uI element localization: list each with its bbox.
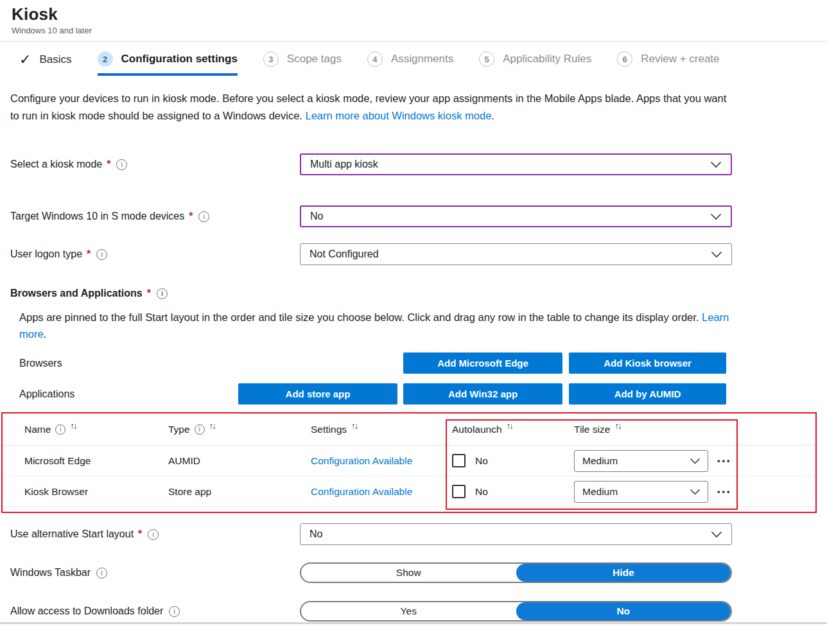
s-mode-row: Target Windows 10 in S mode devices * i … bbox=[10, 205, 827, 227]
apps-description: Apps are pinned to the full Start layout… bbox=[19, 309, 751, 342]
tab-label: Assignments bbox=[391, 53, 453, 65]
kiosk-config-page: Kiosk Windows 10 and later ✓ Basics 2 Co… bbox=[0, 0, 827, 644]
column-header-tile-size[interactable]: Tile size ↑↓ bbox=[574, 424, 815, 435]
info-icon[interactable]: i bbox=[116, 159, 127, 170]
required-marker: * bbox=[87, 248, 91, 260]
page-title: Kiosk bbox=[12, 4, 827, 24]
sort-arrows-icon: ↑↓ bbox=[507, 421, 513, 431]
sort-arrows-icon: ↑↓ bbox=[209, 421, 216, 431]
downloads-option-no[interactable]: No bbox=[516, 602, 731, 620]
tab-assignments[interactable]: 4 Assignments bbox=[367, 51, 453, 76]
learn-more-kiosk-link[interactable]: Learn more about Windows kiosk mode bbox=[306, 110, 492, 121]
table-row[interactable]: Microsoft Edge AUMID Configuration Avail… bbox=[3, 446, 815, 476]
tab-label: Basics bbox=[39, 53, 71, 66]
browsers-label: Browsers bbox=[19, 358, 62, 369]
column-header-type[interactable]: Type i ↑↓ bbox=[168, 424, 311, 435]
autolaunch-value: No bbox=[475, 455, 488, 467]
kiosk-mode-select[interactable]: Multi app kiosk bbox=[300, 153, 732, 175]
s-mode-value: No bbox=[310, 211, 323, 222]
kiosk-mode-value: Multi app kiosk bbox=[310, 159, 378, 170]
bottom-edge-divider bbox=[0, 622, 827, 624]
autolaunch-checkbox[interactable] bbox=[452, 454, 466, 467]
ellipsis-menu-icon[interactable]: ••• bbox=[717, 456, 732, 466]
taskbar-option-show[interactable]: Show bbox=[301, 564, 516, 582]
app-name: Microsoft Edge bbox=[24, 455, 168, 467]
s-mode-select[interactable]: No bbox=[300, 205, 732, 227]
ellipsis-menu-icon[interactable]: ••• bbox=[717, 487, 732, 496]
tab-label: Scope tags bbox=[287, 53, 342, 65]
tab-basics[interactable]: ✓ Basics bbox=[19, 53, 72, 76]
info-icon[interactable]: i bbox=[198, 211, 209, 222]
step-number-badge: 3 bbox=[263, 51, 279, 67]
taskbar-label: Windows Taskbar i bbox=[10, 567, 300, 579]
column-header-name[interactable]: Name i ↑↓ bbox=[24, 424, 168, 435]
info-icon[interactable]: i bbox=[96, 249, 107, 260]
alt-start-layout-label: Use alternative Start layout * i bbox=[10, 528, 300, 540]
chevron-down-icon bbox=[710, 213, 722, 220]
app-name: Kiosk Browser bbox=[24, 486, 168, 498]
info-icon[interactable]: i bbox=[148, 529, 159, 540]
taskbar-row: Windows Taskbar i Show Hide bbox=[10, 562, 827, 583]
taskbar-toggle: Show Hide bbox=[300, 562, 732, 583]
step-number-badge: 2 bbox=[98, 51, 113, 67]
check-icon: ✓ bbox=[19, 53, 31, 67]
tab-configuration-settings[interactable]: 2 Configuration settings bbox=[98, 51, 238, 76]
applications-button-row: Applications Add store app Add Win32 app… bbox=[0, 383, 827, 405]
info-icon[interactable]: i bbox=[169, 606, 180, 617]
autolaunch-value: No bbox=[475, 486, 488, 498]
info-icon[interactable]: i bbox=[157, 288, 168, 299]
add-store-app-button[interactable]: Add store app bbox=[238, 383, 397, 405]
tile-size-select[interactable]: Medium bbox=[574, 450, 708, 472]
table-row[interactable]: Kiosk Browser Store app Configuration Av… bbox=[3, 476, 815, 507]
downloads-label: Allow access to Downloads folder i bbox=[10, 605, 300, 617]
required-marker: * bbox=[107, 159, 110, 170]
required-marker: * bbox=[138, 528, 142, 540]
sort-arrows-icon: ↑↓ bbox=[70, 421, 76, 431]
chevron-down-icon bbox=[711, 251, 722, 258]
column-header-autolaunch[interactable]: Autolaunch ↑↓ bbox=[452, 424, 574, 435]
column-header-settings[interactable]: Settings ↑↓ bbox=[311, 424, 452, 435]
s-mode-label: Target Windows 10 in S mode devices * i bbox=[10, 211, 300, 222]
add-microsoft-edge-button[interactable]: Add Microsoft Edge bbox=[403, 352, 562, 374]
tab-scope-tags[interactable]: 3 Scope tags bbox=[263, 51, 342, 76]
browsers-button-row: Browsers Add Microsoft Edge Add Kiosk br… bbox=[0, 352, 827, 374]
kiosk-mode-row: Select a kiosk mode * i Multi app kiosk bbox=[10, 153, 827, 175]
configuration-available-link[interactable]: Configuration Available bbox=[311, 455, 412, 466]
configuration-available-link[interactable]: Configuration Available bbox=[311, 486, 412, 497]
app-type: Store app bbox=[168, 486, 311, 498]
user-logon-label: User logon type * i bbox=[10, 248, 300, 260]
app-type: AUMID bbox=[168, 455, 311, 467]
intro-paragraph: Configure your devices to run in kiosk m… bbox=[10, 90, 733, 125]
apps-table-header: Name i ↑↓ Type i ↑↓ Settings ↑↓ Autolaun… bbox=[3, 413, 815, 446]
info-icon[interactable]: i bbox=[55, 424, 65, 435]
page-subtitle: Windows 10 and later bbox=[12, 26, 827, 35]
chevron-down-icon bbox=[711, 531, 722, 538]
alt-start-layout-select[interactable]: No bbox=[300, 523, 732, 545]
add-win32-app-button[interactable]: Add Win32 app bbox=[403, 383, 562, 405]
add-kiosk-browser-button[interactable]: Add Kiosk browser bbox=[569, 352, 726, 374]
required-marker: * bbox=[147, 288, 151, 299]
wizard-tabs: ✓ Basics 2 Configuration settings 3 Scop… bbox=[0, 42, 827, 76]
intro-suffix: . bbox=[491, 110, 494, 121]
user-logon-value: Not Configured bbox=[309, 248, 379, 260]
info-icon[interactable]: i bbox=[195, 424, 205, 435]
autolaunch-checkbox[interactable] bbox=[452, 485, 466, 498]
step-number-badge: 4 bbox=[367, 51, 383, 67]
user-logon-select[interactable]: Not Configured bbox=[300, 243, 732, 265]
downloads-row: Allow access to Downloads folder i Yes N… bbox=[10, 601, 827, 622]
required-marker: * bbox=[189, 211, 193, 222]
downloads-option-yes[interactable]: Yes bbox=[301, 602, 516, 620]
taskbar-option-hide[interactable]: Hide bbox=[516, 564, 731, 582]
info-icon[interactable]: i bbox=[96, 568, 107, 579]
tile-size-value: Medium bbox=[582, 486, 618, 498]
sort-arrows-icon: ↑↓ bbox=[614, 421, 621, 431]
chevron-down-icon bbox=[690, 458, 701, 464]
sort-arrows-icon: ↑↓ bbox=[351, 421, 358, 431]
tile-size-select[interactable]: Medium bbox=[574, 481, 708, 503]
tab-review-create[interactable]: 6 Review + create bbox=[617, 51, 719, 76]
page-header: Kiosk Windows 10 and later bbox=[0, 0, 827, 35]
step-number-badge: 6 bbox=[617, 51, 632, 67]
add-by-aumid-button[interactable]: Add by AUMID bbox=[569, 383, 726, 405]
step-number-badge: 5 bbox=[479, 51, 494, 67]
tab-applicability-rules[interactable]: 5 Applicability Rules bbox=[479, 51, 591, 76]
